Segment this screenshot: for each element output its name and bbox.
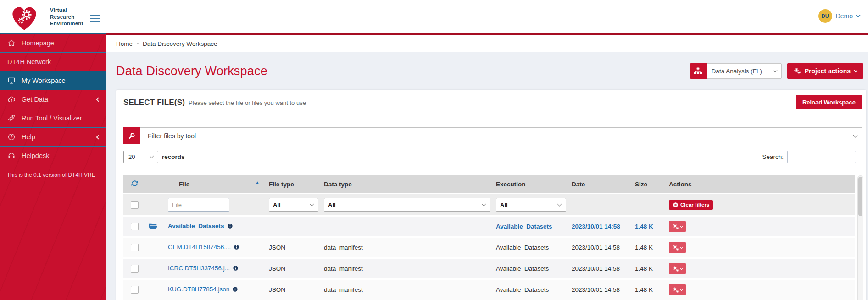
sidebar-item-run-tool-visualizer[interactable]: Run Tool / Visualizer [0, 109, 106, 128]
file-filter-input[interactable] [168, 198, 229, 212]
column-header-execution[interactable]: Execution [493, 175, 569, 194]
app-logo[interactable]: Virtual Research Environment [6, 2, 83, 32]
project-select[interactable]: Data Analysis (FL) [707, 63, 782, 79]
sidebar-item-homepage[interactable]: Homepage [0, 34, 106, 53]
row-checkbox[interactable] [131, 244, 139, 251]
sidebar-item-label: Run Tool / Visualizer [22, 115, 82, 122]
files-table-wrapper: File ▲ File type Data type Execution Dat… [123, 175, 855, 300]
page-title: Data Discovery Workspace [116, 64, 267, 78]
info-icon[interactable] [227, 223, 233, 230]
hamburger-menu-icon[interactable] [90, 15, 101, 22]
sidebar-item-label: Homepage [22, 39, 54, 47]
heart-gear-logo-icon [6, 2, 42, 32]
brand-divider [45, 6, 45, 27]
vertical-scrollbar[interactable] [857, 175, 863, 300]
column-header-label: File type [269, 181, 294, 188]
folder-open-icon[interactable] [148, 221, 158, 231]
select-files-subheading: Please select the file or files you want… [189, 99, 306, 106]
reload-workspace-label: Reload Workspace [802, 99, 856, 106]
row-actions-button[interactable] [669, 221, 686, 232]
project-tree-button[interactable] [690, 63, 707, 79]
sidebar-item-dt4h-network[interactable]: DT4H Network [0, 53, 106, 71]
scrollbar-thumb[interactable] [858, 177, 862, 216]
table-row: Available_Datasets Available_Datasets 20… [123, 216, 855, 237]
execution-cell: Available_Datasets [493, 279, 569, 300]
sidebar: Homepage DT4H Network My Workspace Get D… [0, 33, 106, 300]
file-link[interactable]: ICRC.DT5H337456.j... [168, 265, 230, 272]
rocket-icon [7, 114, 16, 122]
row-checkbox[interactable] [131, 223, 139, 230]
column-header-data-type[interactable]: Data type [321, 175, 493, 194]
column-header-date[interactable]: Date [569, 175, 632, 194]
size-cell: 1.48 K [632, 237, 666, 258]
records-per-page-select[interactable]: 20 [123, 151, 158, 163]
cloud-upload-icon [7, 95, 16, 104]
file-type-filter-select[interactable]: All [269, 198, 318, 212]
gears-icon [794, 67, 801, 75]
file-link[interactable]: Available_Datasets [168, 223, 224, 229]
column-header-file[interactable]: File ▲ [165, 175, 266, 194]
info-icon[interactable] [233, 265, 239, 273]
user-menu[interactable]: DU Demo [818, 9, 860, 23]
row-actions-button[interactable] [669, 284, 686, 295]
file-link[interactable]: GEM.DT4H1587456.... [168, 244, 231, 251]
row-actions-button[interactable] [669, 242, 686, 253]
column-header-file-type[interactable]: File type [266, 175, 321, 194]
breadcrumb: Home Data Discovery Workspace [106, 35, 868, 52]
table-row: ICRC.DT5H337456.j... JSON data_manifest … [123, 258, 855, 279]
sidebar-item-helpdesk[interactable]: Helpdesk [0, 147, 106, 165]
file-type-cell: JSON [266, 237, 321, 258]
row-actions-button[interactable] [669, 263, 686, 274]
reload-workspace-button[interactable]: Reload Workspace [796, 95, 862, 109]
project-actions-button[interactable]: Project actions [787, 63, 863, 79]
avatar-initials: DU [822, 13, 829, 19]
breadcrumb-home-link[interactable]: Home [116, 40, 133, 47]
sidebar-item-label: My Workspace [22, 77, 66, 84]
home-icon [7, 39, 16, 47]
data-type-cell: data_manifest [321, 237, 493, 258]
user-name: Demo [836, 12, 853, 20]
table-filter-row: All All All Clear filters [123, 194, 855, 216]
workspace-panel: SELECT FILE(S) Please select the file or… [116, 90, 866, 300]
clear-filters-button[interactable]: Clear filters [669, 200, 713, 210]
search-input[interactable] [787, 151, 856, 163]
sidebar-item-get-data[interactable]: Get Data [0, 90, 106, 109]
size-cell: 1.48 K [632, 216, 666, 237]
size-cell: 1.48 K [632, 279, 666, 300]
main-area: Home Data Discovery Workspace Data Disco… [106, 33, 868, 300]
size-cell: 1.48 K [632, 258, 666, 279]
tool-filter-select[interactable]: Filter files by tool [140, 127, 862, 144]
monitor-icon [7, 76, 16, 85]
x-circle-icon [673, 202, 679, 208]
info-icon[interactable] [232, 286, 238, 294]
column-header-size[interactable]: Size [632, 175, 666, 194]
chevron-down-icon [856, 13, 861, 17]
files-table: File ▲ File type Data type Execution Dat… [123, 175, 855, 300]
info-icon[interactable] [234, 244, 239, 251]
gears-icon [673, 266, 679, 272]
select-all-checkbox[interactable] [131, 201, 139, 209]
file-link[interactable]: KUG.DT8H77854.json [168, 286, 229, 293]
column-header-label: Date [572, 181, 585, 188]
breadcrumb-current: Data Discovery Workspace [143, 40, 217, 47]
column-header-label: File [179, 181, 189, 188]
row-checkbox[interactable] [131, 265, 139, 273]
refresh-icon[interactable] [131, 180, 139, 187]
brand-name: Virtual Research Environment [50, 7, 83, 27]
version-note: This is the 0.1 version of DT4H VRE [0, 165, 106, 178]
date-cell: 2023/10/01 14:58 [569, 216, 632, 237]
column-header-label: Data type [324, 181, 352, 188]
data-type-filter-select[interactable]: All [324, 198, 490, 212]
sidebar-item-help[interactable]: Help [0, 128, 106, 147]
chevron-left-icon [96, 97, 101, 102]
data-type-cell: data_manifest [321, 258, 493, 279]
execution-cell: Available_Datasets [493, 237, 569, 258]
row-checkbox[interactable] [131, 286, 139, 294]
execution-filter-select[interactable]: All [496, 198, 566, 212]
chevron-down-icon [679, 245, 683, 249]
sidebar-item-my-workspace[interactable]: My Workspace [0, 71, 106, 90]
gears-icon [673, 287, 679, 293]
project-controls: Data Analysis (FL) Project actions [690, 63, 863, 79]
wrench-icon [128, 132, 136, 140]
file-type-cell [266, 216, 321, 237]
